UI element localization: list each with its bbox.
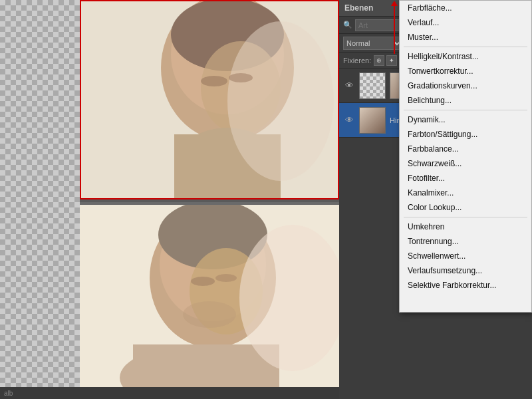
menu-separator-6 — [404, 110, 527, 110]
status-text: alb — [4, 390, 13, 397]
layer-eye-icon-1[interactable]: 👁 — [343, 80, 355, 92]
menu-item-4[interactable]: Tonwertkorrektur... — [400, 64, 531, 78]
status-bar: alb — [0, 387, 339, 399]
search-icon: 🔍 — [343, 21, 352, 29]
menu-item-6[interactable]: Belichtung... — [400, 93, 531, 108]
photo-top — [80, 0, 339, 200]
svg-point-18 — [191, 277, 215, 286]
fix-pixel-icon[interactable]: ✦ — [386, 55, 397, 66]
fix-position-icon[interactable]: ⊕ — [374, 55, 384, 66]
menu-item-11[interactable]: Fotofilter... — [400, 171, 531, 186]
canvas-area: alb — [0, 0, 339, 399]
menu-item-14[interactable]: Umkehren — [400, 219, 531, 234]
menu-item-10[interactable]: Schwarzweiß... — [400, 156, 531, 171]
layer-eye-icon-2[interactable]: 👁 — [343, 114, 355, 126]
menu-item-12[interactable]: Kanalmixer... — [400, 186, 531, 200]
menu-item-5[interactable]: Gradationskurven... — [400, 78, 531, 93]
menu-item-18[interactable]: Selektive Farbkorrektur... — [400, 278, 531, 293]
menu-item-8[interactable]: Farbton/Sättigung... — [400, 127, 531, 142]
svg-point-8 — [201, 76, 227, 86]
layer-thumb-1 — [359, 72, 386, 99]
transparency-checker — [0, 0, 80, 399]
red-arrow-head — [391, 1, 398, 6]
svg-point-7 — [227, 21, 334, 181]
photo-bottom — [80, 205, 339, 399]
menu-item-13[interactable]: Color Lookup... — [400, 200, 531, 215]
menu-item-17[interactable]: Verlaufsumsetzung... — [400, 263, 531, 278]
red-arrow-indicator — [390, 1, 398, 54]
menu-item-3[interactable]: Helligkeit/Kontrast... — [400, 49, 531, 64]
menu-item-16[interactable]: Schwellenwert... — [400, 249, 531, 263]
fix-label: Fixieren: — [343, 57, 371, 65]
svg-point-9 — [229, 73, 253, 82]
menu-item-0[interactable]: Farbfläche... — [400, 1, 531, 15]
menu-item-1[interactable]: Verlauf... — [400, 15, 531, 30]
photo-divider — [80, 200, 339, 202]
layer-thumb-2 — [359, 107, 386, 134]
red-arrow-line — [394, 6, 395, 54]
menu-item-9[interactable]: Farbbalance... — [400, 142, 531, 156]
menu-item-2[interactable]: Muster... — [400, 30, 531, 45]
svg-point-20 — [183, 301, 236, 328]
menu-item-7[interactable]: Dynamik... — [400, 112, 531, 127]
menu-separator-13 — [404, 217, 527, 217]
svg-point-19 — [215, 274, 237, 282]
layers-panel-title: Ebenen — [344, 3, 373, 13]
dropdown-menu: Farbfläche...Verlauf...Muster...Helligke… — [399, 0, 532, 313]
menu-item-15[interactable]: Tontrennung... — [400, 234, 531, 249]
menu-separator-2 — [404, 47, 527, 47]
